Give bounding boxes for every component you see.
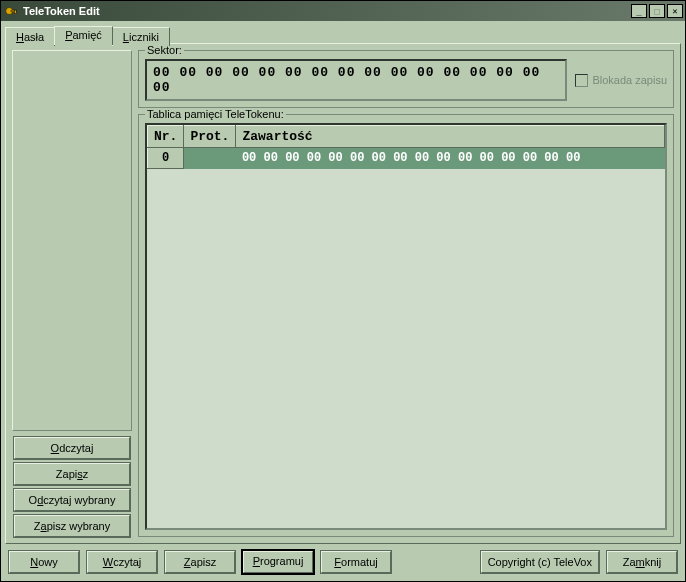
program-button[interactable]: Programuj	[243, 551, 313, 573]
copyright-button[interactable]: Copyright (c) TeleVox	[481, 551, 599, 573]
app-window: TeleToken Edit _ □ ✕ Hasła Pamięć Liczni…	[0, 0, 686, 582]
load-button[interactable]: Wczytaj	[87, 551, 157, 573]
checkbox-icon	[575, 74, 588, 87]
minimize-button[interactable]: _	[631, 4, 647, 18]
read-selected-button[interactable]: Odczytaj wybrany	[14, 489, 130, 511]
left-buttons: Odczytaj Zapisz Odczytaj wybrany Zapisz …	[12, 437, 132, 537]
new-button[interactable]: Nowy	[9, 551, 79, 573]
write-lock-checkbox[interactable]: Blokada zapisu	[575, 74, 667, 87]
col-content[interactable]: Zawartość	[236, 126, 665, 148]
right-panel: Sektor: 00 00 00 00 00 00 00 00 00 00 00…	[138, 50, 674, 537]
sektor-input[interactable]: 00 00 00 00 00 00 00 00 00 00 00 00 00 0…	[145, 59, 567, 101]
memory-table-wrap: Nr. Prot. Zawartość 0 00 00 00 00 00 00 …	[145, 123, 667, 530]
read-button[interactable]: Odczytaj	[14, 437, 130, 459]
tab-body: Odczytaj Zapisz Odczytaj wybrany Zapisz …	[5, 43, 681, 544]
tab-hasla[interactable]: Hasła	[5, 27, 55, 46]
cell-content: 00 00 00 00 00 00 00 00 00 00 00 00 00 0…	[236, 148, 665, 169]
app-icon	[3, 3, 19, 19]
write-lock-label: Blokada zapisu	[592, 74, 667, 86]
cell-nr: 0	[148, 148, 184, 169]
close-window-button[interactable]: ✕	[667, 4, 683, 18]
col-nr[interactable]: Nr.	[148, 126, 184, 148]
table-row[interactable]: 0 00 00 00 00 00 00 00 00 00 00 00 00 00…	[148, 148, 665, 169]
left-spacer	[12, 50, 132, 431]
tab-liczniki[interactable]: Liczniki	[112, 27, 170, 46]
sektor-group: Sektor: 00 00 00 00 00 00 00 00 00 00 00…	[138, 50, 674, 108]
tab-strip: Hasła Pamięć Liczniki	[5, 25, 681, 44]
save-selected-button[interactable]: Zapisz wybrany	[14, 515, 130, 537]
memory-table: Nr. Prot. Zawartość 0 00 00 00 00 00 00 …	[147, 125, 665, 169]
titlebar: TeleToken Edit _ □ ✕	[1, 1, 685, 21]
format-button[interactable]: Formatuj	[321, 551, 391, 573]
window-controls: _ □ ✕	[631, 4, 683, 18]
col-prot[interactable]: Prot.	[184, 126, 236, 148]
save-button[interactable]: Zapisz	[14, 463, 130, 485]
cell-prot	[184, 148, 236, 169]
left-panel: Odczytaj Zapisz Odczytaj wybrany Zapisz …	[12, 50, 132, 537]
maximize-button[interactable]: □	[649, 4, 665, 18]
svg-rect-2	[15, 10, 17, 14]
bottom-toolbar: Nowy Wczytaj Zapisz Programuj Formatuj C…	[1, 545, 685, 581]
close-button[interactable]: Zamknij	[607, 551, 677, 573]
window-title: TeleToken Edit	[23, 5, 631, 17]
memory-table-label: Tablica pamięci TeleTokenu:	[145, 108, 286, 120]
bottom-save-button[interactable]: Zapisz	[165, 551, 235, 573]
tab-pamiec[interactable]: Pamięć	[54, 26, 113, 45]
client-area: Hasła Pamięć Liczniki Odczytaj Zapisz Od…	[1, 21, 685, 545]
memory-table-group: Tablica pamięci TeleTokenu: Nr. Prot. Za…	[138, 114, 674, 537]
